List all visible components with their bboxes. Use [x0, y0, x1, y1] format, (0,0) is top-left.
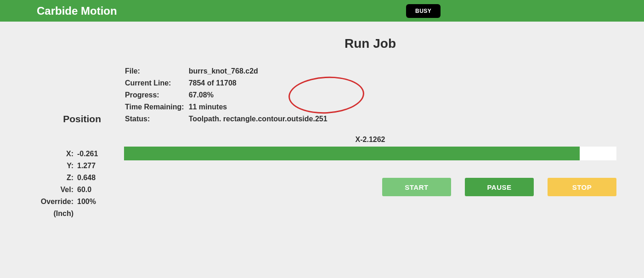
position-y-label: Y: — [41, 160, 76, 171]
status-label: Status: — [125, 113, 188, 125]
main-panel: Run Job File: burrs_knot_768.c2d Current… — [124, 22, 644, 220]
job-info-table: File: burrs_knot_768.c2d Current Line: 7… — [124, 65, 328, 125]
header-bar: Carbide Motion BUSY — [0, 0, 644, 22]
position-x-value: -0.261 — [77, 148, 123, 159]
position-unit-label: (Inch) — [41, 208, 76, 219]
progress-bar — [124, 147, 616, 160]
pause-button[interactable]: PAUSE — [465, 178, 534, 196]
position-vel-value: 60.0 — [77, 184, 123, 195]
status-value: Toolpath. rectangle.contour.outside.251 — [189, 113, 328, 125]
position-title: Position — [0, 113, 101, 125]
file-value: burrs_knot_768.c2d — [189, 66, 328, 77]
file-label: File: — [125, 66, 188, 77]
busy-status-badge: BUSY — [406, 4, 441, 18]
app-title: Carbide Motion — [37, 5, 117, 17]
axis-readout: X-2.1262 — [124, 136, 616, 144]
position-z-label: Z: — [41, 172, 76, 183]
time-remaining-label: Time Remaining: — [125, 102, 188, 113]
start-button[interactable]: START — [382, 178, 451, 196]
current-line-label: Current Line: — [125, 78, 188, 89]
job-control-buttons: START PAUSE STOP — [124, 178, 616, 196]
progress-value: 67.08% — [189, 90, 328, 101]
current-line-value: 7854 of 11708 — [189, 78, 328, 89]
page-title: Run Job — [124, 36, 616, 51]
progress-bar-fill — [124, 147, 580, 160]
progress-label: Progress: — [125, 90, 188, 101]
position-override-label: Override: — [41, 196, 76, 207]
position-sidebar: Position X: -0.261 Y: 1.277 Z: 0.648 Vel… — [0, 22, 124, 220]
position-y-value: 1.277 — [77, 160, 123, 171]
stop-button[interactable]: STOP — [548, 178, 616, 196]
position-table: X: -0.261 Y: 1.277 Z: 0.648 Vel: 60.0 Ov… — [40, 148, 124, 220]
position-override-value: 100% — [77, 196, 123, 207]
time-remaining-value: 11 minutes — [189, 102, 328, 113]
position-z-value: 0.648 — [77, 172, 123, 183]
position-vel-label: Vel: — [41, 184, 76, 195]
position-x-label: X: — [41, 148, 76, 159]
